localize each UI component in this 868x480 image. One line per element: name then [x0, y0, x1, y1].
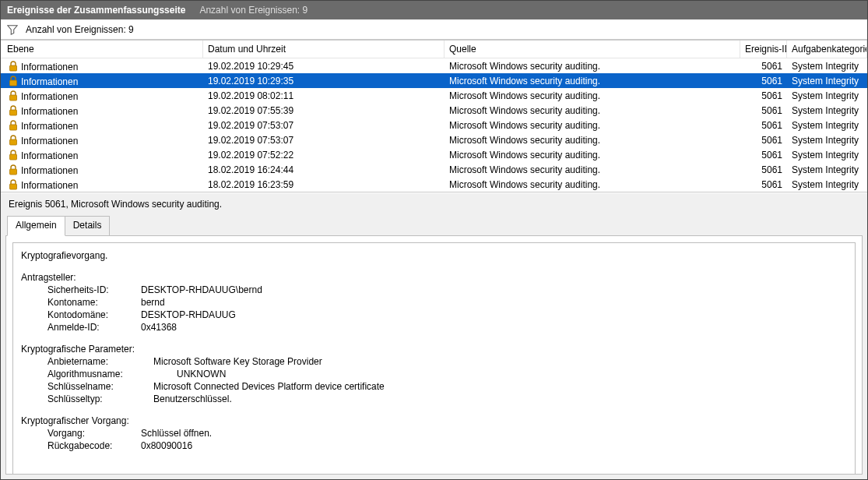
svg-rect-6	[10, 154, 17, 160]
cell-event-id: 5061	[740, 90, 787, 101]
cell-level: Informationen	[1, 149, 203, 161]
cell-event-id: 5061	[740, 164, 787, 175]
keyname-label: Schlüsselname:	[47, 380, 153, 393]
cell-datetime: 18.02.2019 16:24:44	[203, 164, 445, 175]
cell-level: Informationen	[1, 104, 203, 117]
algo-value: UNKNOWN	[177, 368, 226, 380]
provider-label: Anbietername:	[47, 355, 153, 368]
svg-rect-7	[10, 169, 17, 175]
cell-event-id: 5061	[740, 76, 787, 86]
cell-level-text: Informationen	[21, 121, 78, 132]
cell-source: Microsoft Windows security auditing.	[445, 105, 740, 116]
tab-general[interactable]: Allgemein	[7, 216, 65, 236]
cell-task-cat: System Integrity	[787, 76, 867, 86]
audit-success-icon	[7, 119, 19, 132]
detail-pane: Ereignis 5061, Microsoft Windows securit…	[1, 192, 867, 479]
svg-rect-0	[10, 65, 17, 71]
audit-success-icon	[7, 134, 19, 146]
action-op-label: Vorgang:	[47, 427, 141, 439]
cell-event-id: 5061	[740, 179, 787, 190]
cell-source: Microsoft Windows security auditing.	[445, 90, 740, 101]
svg-rect-4	[10, 125, 17, 130]
table-row[interactable]: Informationen19.02.2019 10:29:45Microsof…	[1, 58, 867, 73]
domain-label: Kontodomäne:	[47, 309, 141, 321]
svg-rect-1	[10, 80, 17, 86]
cell-level: Informationen	[1, 119, 203, 132]
table-row[interactable]: Informationen19.02.2019 08:02:11Microsof…	[1, 88, 867, 103]
cell-level-text: Informationen	[21, 106, 78, 117]
svg-rect-8	[10, 184, 17, 189]
audit-success-icon	[7, 104, 19, 117]
params-title: Kryptografische Parameter:	[21, 343, 847, 355]
grid-header: Ebene Datum und Uhrzeit Quelle Ereignis-…	[1, 40, 867, 58]
cell-level-text: Informationen	[21, 91, 78, 102]
title-bar: Ereignisse der Zusammenfassungsseite Anz…	[1, 1, 867, 19]
cell-level-text: Informationen	[21, 150, 78, 161]
logon-value: 0x41368	[141, 321, 177, 334]
filter-count-label: Anzahl von Ereignissen: 9	[26, 24, 134, 35]
tab-strip: Allgemein Details	[1, 215, 867, 235]
subject-title: Antragsteller:	[21, 271, 847, 284]
cell-task-cat: System Integrity	[787, 61, 867, 72]
table-row[interactable]: Informationen19.02.2019 07:55:39Microsof…	[1, 103, 867, 118]
cell-event-id: 5061	[740, 150, 787, 161]
audit-success-icon	[7, 60, 19, 72]
table-row[interactable]: Informationen18.02.2019 16:24:44Microsof…	[1, 162, 867, 177]
cell-source: Microsoft Windows security auditing.	[445, 120, 740, 131]
domain-value: DESKTOP-RHDAUUG	[141, 309, 236, 321]
col-header-level[interactable]: Ebene	[1, 41, 203, 58]
cell-source: Microsoft Windows security auditing.	[445, 76, 740, 86]
svg-rect-2	[10, 95, 17, 101]
cell-source: Microsoft Windows security auditing.	[445, 135, 740, 146]
cell-datetime: 19.02.2019 10:29:45	[203, 61, 445, 72]
cell-level-text: Informationen	[21, 180, 78, 191]
table-row[interactable]: Informationen19.02.2019 07:53:07Microsof…	[1, 132, 867, 147]
sid-label: Sicherheits-ID:	[47, 284, 141, 296]
table-row[interactable]: Informationen19.02.2019 10:29:35Microsof…	[1, 73, 867, 88]
logon-label: Anmelde-ID:	[47, 321, 141, 334]
cell-task-cat: System Integrity	[787, 105, 867, 116]
cell-task-cat: System Integrity	[787, 120, 867, 131]
window-count: Anzahl von Ereignissen: 9	[199, 5, 307, 16]
keyname-value: Microsoft Connected Devices Platform dev…	[153, 380, 385, 393]
acct-label: Kontoname:	[47, 296, 141, 309]
cell-task-cat: System Integrity	[787, 135, 867, 146]
col-header-datetime[interactable]: Datum und Uhrzeit	[203, 41, 445, 58]
cell-task-cat: System Integrity	[787, 150, 867, 161]
cell-source: Microsoft Windows security auditing.	[445, 179, 740, 190]
cell-level-text: Informationen	[21, 62, 78, 72]
cell-level-text: Informationen	[21, 136, 78, 146]
cell-level-text: Informationen	[21, 165, 78, 176]
cell-event-id: 5061	[740, 135, 787, 146]
cell-level: Informationen	[1, 90, 203, 102]
action-title: Kryptografischer Vorgang:	[21, 415, 847, 427]
cell-task-cat: System Integrity	[787, 179, 867, 190]
cell-datetime: 19.02.2019 07:52:22	[203, 150, 445, 161]
tab-details[interactable]: Details	[65, 216, 111, 236]
filter-icon[interactable]	[7, 24, 18, 35]
audit-success-icon	[7, 164, 19, 176]
cell-event-id: 5061	[740, 105, 787, 116]
svg-rect-3	[10, 110, 17, 115]
provider-value: Microsoft Software Key Storage Provider	[153, 355, 322, 368]
col-header-event-id[interactable]: Ereignis-ID	[740, 41, 787, 58]
cell-datetime: 19.02.2019 07:53:07	[203, 135, 445, 146]
filter-bar: Anzahl von Ereignissen: 9	[1, 19, 867, 40]
col-header-source[interactable]: Quelle	[445, 41, 740, 58]
cell-level-text: Informationen	[21, 76, 78, 87]
op-title: Kryptografievorgang.	[21, 249, 847, 262]
col-header-task-cat[interactable]: Aufgabenkategorie	[787, 41, 867, 58]
cell-event-id: 5061	[740, 61, 787, 72]
cell-level: Informationen	[1, 178, 203, 191]
audit-success-icon	[7, 75, 19, 87]
tab-content-general: Kryptografievorgang. Antragsteller: Sich…	[5, 235, 863, 475]
action-rc-value: 0x80090016	[141, 439, 192, 452]
grid-body: Informationen19.02.2019 10:29:45Microsof…	[1, 58, 867, 192]
audit-success-icon	[7, 178, 19, 191]
table-row[interactable]: Informationen19.02.2019 07:52:22Microsof…	[1, 147, 867, 162]
action-op-value: Schlüssel öffnen.	[141, 427, 212, 439]
table-row[interactable]: Informationen19.02.2019 07:53:07Microsof…	[1, 118, 867, 132]
cell-datetime: 19.02.2019 08:02:11	[203, 90, 445, 101]
cell-level: Informationen	[1, 60, 203, 72]
table-row[interactable]: Informationen18.02.2019 16:23:59Microsof…	[1, 177, 867, 192]
